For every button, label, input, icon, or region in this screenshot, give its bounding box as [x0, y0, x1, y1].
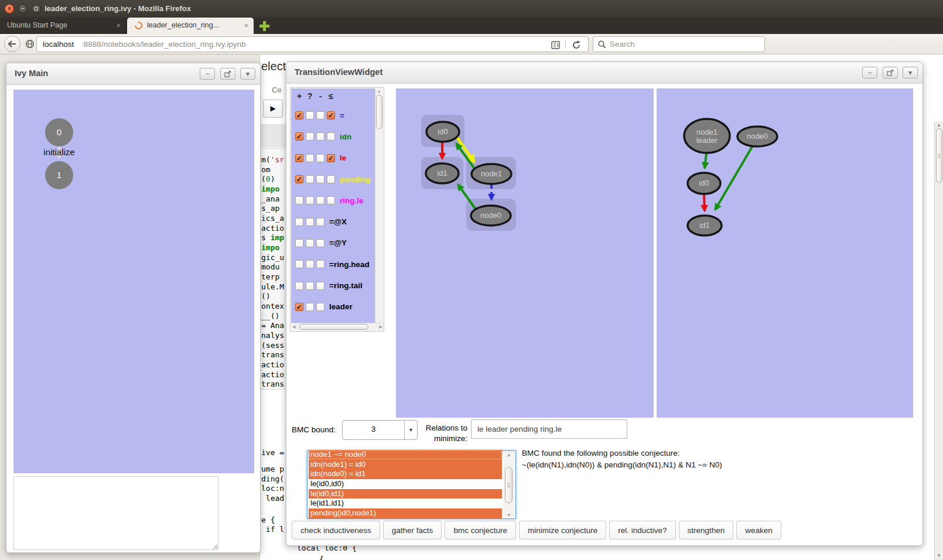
tab-ubuntu-start-page[interactable]: Ubuntu Start Page ×: [0, 18, 127, 34]
relation-label[interactable]: pending: [340, 175, 371, 184]
relation-checkbox[interactable]: [316, 154, 324, 162]
scroll-left-icon[interactable]: ◀: [292, 325, 295, 329]
scroll-down-icon[interactable]: ▼: [937, 553, 941, 558]
ivy-command-textarea[interactable]: [13, 476, 218, 550]
relation-checkbox[interactable]: [306, 260, 314, 268]
gather-facts-button[interactable]: gather facts: [383, 521, 442, 539]
url-bar[interactable]: localhost :8888/notebooks/leader_electio…: [36, 36, 589, 52]
fact-item[interactable]: idn(node1) = id0: [309, 460, 502, 470]
relation-checkbox[interactable]: [295, 218, 303, 226]
tab-close-icon[interactable]: ×: [116, 21, 121, 30]
relation-checkbox[interactable]: [316, 239, 324, 247]
minimize-icon[interactable]: −: [862, 67, 877, 78]
relation-label[interactable]: leader: [329, 302, 353, 311]
dropdown-icon[interactable]: ▾: [240, 68, 255, 80]
ivy-graph-canvas[interactable]: 0 1 initialize: [13, 90, 254, 473]
relation-checkbox[interactable]: [306, 196, 314, 204]
search-input[interactable]: [610, 37, 759, 52]
weaken-button[interactable]: weaken: [736, 521, 781, 539]
fact-item[interactable]: idn(node0) = id1: [309, 469, 502, 479]
ivy-main-titlebar[interactable]: Ivy Main − ▾: [6, 63, 260, 85]
prestate-graph-canvas[interactable]: id0 id1 node1 node0: [396, 88, 654, 418]
relation-checkbox[interactable]: [316, 175, 324, 183]
popout-icon[interactable]: [883, 67, 898, 78]
search-box[interactable]: [593, 36, 765, 52]
relation-checkbox[interactable]: [316, 260, 324, 268]
fact-item[interactable]: pending(id0,node1): [309, 508, 502, 518]
check-inductiveness-button[interactable]: check inductiveness: [292, 521, 380, 539]
dropdown-icon[interactable]: ▾: [903, 67, 918, 78]
window-close-icon[interactable]: ×: [5, 4, 14, 13]
relations-horizontal-scrollbar[interactable]: ◀ ▶: [291, 323, 384, 330]
minimize-conjecture-button[interactable]: minimize conjecture: [519, 521, 606, 539]
popout-icon[interactable]: [220, 68, 235, 80]
relation-checkbox[interactable]: [306, 239, 314, 247]
relation-checkbox[interactable]: [306, 132, 314, 141]
reader-mode-icon[interactable]: [551, 40, 561, 54]
select-dropdown-icon[interactable]: ▾: [404, 421, 417, 439]
relation-label[interactable]: =ring.head: [329, 260, 370, 269]
relation-checkbox[interactable]: [295, 196, 303, 204]
rel-inductive-button[interactable]: rel. inductive?: [609, 521, 675, 539]
page-scrollbar-thumb[interactable]: [936, 128, 942, 183]
poststate-graph-canvas[interactable]: node1 leader node0 id0 id1: [657, 88, 913, 418]
window-minimize-icon[interactable]: −: [18, 4, 28, 13]
relation-label[interactable]: idn: [340, 132, 351, 141]
scrollbar-thumb[interactable]: [505, 467, 512, 503]
transition-view-titlebar[interactable]: TransitionViewWidget − ▾: [286, 62, 922, 84]
relation-checkbox[interactable]: [327, 175, 335, 183]
relation-checkbox[interactable]: ✓: [327, 154, 335, 162]
relation-checkbox[interactable]: [327, 132, 335, 141]
relation-checkbox[interactable]: [316, 303, 324, 311]
page-scrollbar[interactable]: ▲ ▼: [934, 54, 943, 560]
tab-close-icon[interactable]: ×: [244, 21, 248, 30]
relation-checkbox[interactable]: ✓: [295, 303, 303, 311]
strengthen-button[interactable]: strengthen: [679, 521, 734, 539]
relation-checkbox[interactable]: ✓: [295, 111, 303, 119]
relation-label[interactable]: =ring.tail: [329, 281, 363, 290]
relations-vertical-scrollbar[interactable]: ▲: [375, 88, 383, 323]
relation-label[interactable]: ring.le: [340, 196, 364, 205]
relation-label[interactable]: =: [340, 111, 344, 120]
window-maximize-icon[interactable]: [32, 4, 41, 13]
scroll-right-icon[interactable]: ▶: [380, 325, 382, 329]
relation-label[interactable]: =@X: [329, 217, 347, 226]
minimize-icon[interactable]: −: [200, 68, 215, 80]
new-tab-button[interactable]: [259, 21, 269, 31]
relation-label[interactable]: =@Y: [329, 238, 347, 247]
scroll-up-icon[interactable]: ▲: [507, 452, 511, 457]
fact-item[interactable]: le(id1,id1): [309, 498, 502, 508]
relation-checkbox[interactable]: ✓: [295, 175, 303, 183]
bmc-conjecture-button[interactable]: bmc conjecture: [445, 521, 516, 539]
relations-to-minimize-input[interactable]: [471, 419, 627, 439]
fact-item[interactable]: le(id0,id1): [309, 489, 502, 499]
bmc-bound-select[interactable]: 3 ▾: [342, 420, 418, 440]
relation-checkbox[interactable]: [316, 132, 324, 141]
relation-checkbox[interactable]: [316, 196, 324, 204]
fact-item[interactable]: le(id0,id0): [309, 479, 502, 489]
scrollbar-thumb[interactable]: [376, 95, 382, 129]
relation-checkbox[interactable]: [316, 282, 324, 290]
relation-checkbox[interactable]: [306, 303, 314, 311]
relation-label[interactable]: le: [340, 153, 346, 162]
relation-checkbox[interactable]: [295, 239, 303, 247]
relation-checkbox[interactable]: ✓: [327, 111, 335, 119]
scroll-up-icon[interactable]: ▲: [377, 89, 381, 93]
relation-checkbox[interactable]: [295, 260, 303, 268]
relation-checkbox[interactable]: [295, 282, 303, 290]
relation-checkbox[interactable]: [316, 218, 324, 226]
facts-scrollbar[interactable]: ▲ ▼: [504, 452, 514, 518]
reload-icon[interactable]: [572, 40, 581, 54]
relation-checkbox[interactable]: [306, 218, 314, 226]
relation-checkbox[interactable]: [306, 175, 314, 183]
relation-checkbox[interactable]: [306, 282, 314, 290]
scroll-up-icon[interactable]: ▲: [937, 122, 941, 128]
facts-listbox[interactable]: node1 ~= node0idn(node1) = id0idn(node0)…: [307, 450, 516, 519]
scrollbar-thumb[interactable]: [299, 324, 368, 330]
back-button[interactable]: [4, 36, 20, 52]
tab-leader-election-ring[interactable]: leader_election_ring... ×: [127, 18, 254, 34]
relation-checkbox[interactable]: [316, 111, 324, 119]
scroll-down-icon[interactable]: ▼: [507, 513, 511, 518]
fact-item[interactable]: node1 ~= node0: [309, 450, 502, 460]
relation-checkbox[interactable]: ✓: [295, 154, 303, 162]
